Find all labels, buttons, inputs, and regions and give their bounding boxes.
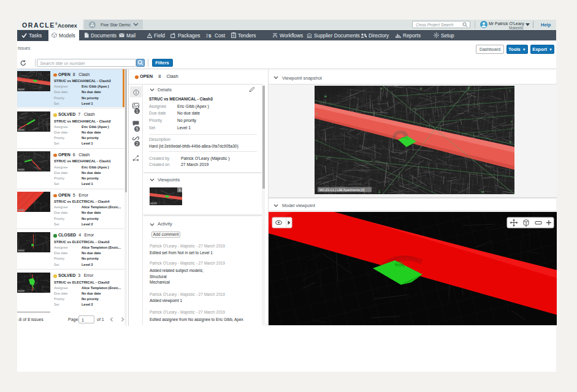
svg-text:v: v [381,86,383,90]
svg-text:MC-Z1-L1 | L3E Apartments [2]: MC-Z1-L1 | L3E Apartments [2] [319,188,365,192]
svg-text:w: w [324,94,327,98]
svg-text:c: c [316,111,318,115]
svg-text:c: c [510,140,511,143]
svg-text:u: u [420,86,422,90]
svg-text:v: v [511,119,513,123]
svg-text:1: 1 [316,156,318,160]
svg-text:2: 2 [468,86,470,90]
svg-text:$: $ [208,33,212,38]
svg-text:w: w [481,190,484,194]
svg-text:2: 2 [378,190,380,194]
